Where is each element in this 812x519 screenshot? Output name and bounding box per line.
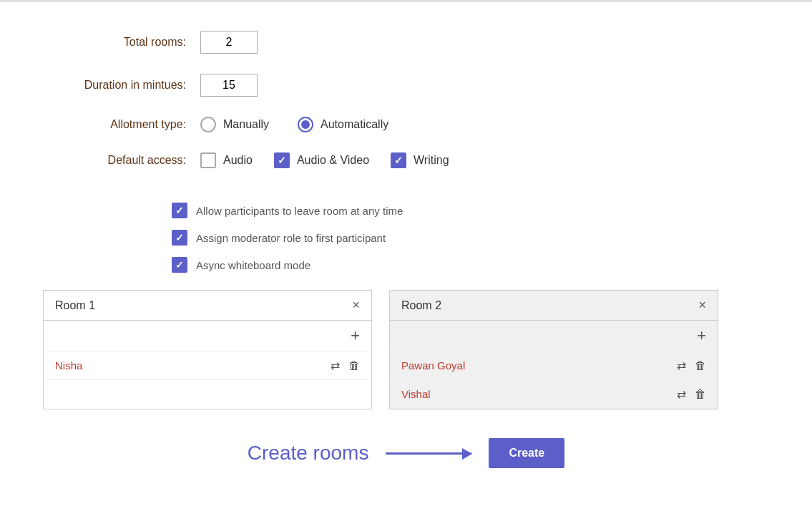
radio-circle-manually[interactable]	[200, 117, 216, 132]
default-access-row: Default access: Audio Audio & Video Writ…	[43, 152, 769, 168]
room-2-add-row: +	[390, 321, 718, 351]
transfer-icon-pawan[interactable]: ⇄	[677, 359, 686, 372]
duration-row: Duration in mintues:	[43, 74, 769, 97]
room-2-header: Room 2 ×	[390, 291, 718, 321]
room-1-header: Room 1 ×	[44, 291, 371, 321]
checkbox-writing[interactable]: Writing	[391, 152, 449, 168]
room-1-title: Room 1	[55, 299, 95, 312]
access-checkbox-group: Audio Audio & Video Writing	[200, 152, 449, 168]
footer: Create rooms Create	[0, 431, 812, 475]
extra-option-async[interactable]: Async whiteboard mode	[172, 257, 812, 273]
extra-option-moderator[interactable]: Assign moderator role to first participa…	[172, 230, 812, 246]
arrow-line	[386, 452, 471, 455]
extra-option-label-leave: Allow participants to leave room at any …	[196, 205, 403, 217]
create-button[interactable]: Create	[489, 438, 564, 468]
room-1-add-row: +	[44, 321, 371, 351]
radio-automatically[interactable]: Automatically	[298, 117, 388, 132]
radio-circle-automatically[interactable]	[298, 117, 313, 132]
participant-actions-pawan: ⇄ 🗑	[677, 359, 706, 372]
room-2-participant-pawan: Pawan Goyal ⇄ 🗑	[390, 351, 718, 380]
duration-input[interactable]	[200, 74, 258, 97]
total-rooms-input[interactable]	[200, 31, 258, 54]
room-2-add-button[interactable]: +	[697, 328, 706, 344]
participant-actions-vishal: ⇄ 🗑	[677, 387, 706, 401]
extra-option-label-async: Async whiteboard mode	[196, 259, 310, 271]
default-access-label: Default access:	[43, 154, 200, 167]
allotment-row: Allotment type: Manually Automatically	[43, 117, 769, 132]
extra-options-group: Allow participants to leave room at any …	[172, 203, 812, 273]
room-2-participant-vishal: Vishal ⇄ 🗑	[390, 380, 718, 409]
participant-actions-nisha: ⇄ 🗑	[331, 359, 360, 372]
room-2-close-button[interactable]: ×	[698, 298, 706, 313]
checkbox-box-audio-video[interactable]	[274, 152, 290, 168]
radio-label-automatically: Automatically	[321, 118, 388, 131]
checkbox-label-audio-video: Audio & Video	[297, 154, 369, 167]
checkbox-audio-video[interactable]: Audio & Video	[274, 152, 369, 168]
participant-name-vishal: Vishal	[401, 388, 431, 400]
room-card-2: Room 2 × + Pawan Goyal ⇄ 🗑 Vishal ⇄ 🗑	[389, 290, 718, 409]
checkbox-audio[interactable]: Audio	[200, 152, 253, 168]
rooms-section: Room 1 × + Nisha ⇄ 🗑 Room 2 × + Pawan Go…	[43, 290, 769, 409]
transfer-icon-vishal[interactable]: ⇄	[677, 387, 686, 401]
checkbox-box-moderator[interactable]	[172, 230, 187, 246]
room-1-close-button[interactable]: ×	[352, 298, 360, 313]
duration-label: Duration in mintues:	[43, 79, 200, 92]
checkbox-box-leave[interactable]	[172, 203, 187, 218]
checkbox-box-audio[interactable]	[200, 152, 216, 168]
room-1-add-button[interactable]: +	[351, 328, 360, 344]
allotment-radio-group: Manually Automatically	[200, 117, 388, 132]
delete-icon-vishal[interactable]: 🗑	[695, 388, 706, 401]
total-rooms-label: Total rooms:	[43, 36, 200, 49]
radio-dot-automatically	[301, 120, 310, 129]
extra-option-label-moderator: Assign moderator role to first participa…	[196, 232, 386, 244]
room-card-1: Room 1 × + Nisha ⇄ 🗑	[43, 290, 372, 409]
room-2-title: Room 2	[401, 299, 441, 312]
radio-label-manually: Manually	[223, 118, 269, 131]
transfer-icon-nisha[interactable]: ⇄	[331, 359, 340, 372]
participant-name-pawan: Pawan Goyal	[401, 359, 465, 372]
checkbox-box-writing[interactable]	[391, 152, 406, 168]
total-rooms-row: Total rooms:	[43, 31, 769, 54]
participant-name-nisha: Nisha	[55, 359, 82, 372]
checkbox-label-writing: Writing	[414, 154, 449, 167]
delete-icon-pawan[interactable]: 🗑	[695, 359, 706, 372]
delete-icon-nisha[interactable]: 🗑	[348, 359, 360, 372]
allotment-label: Allotment type:	[43, 118, 200, 131]
arrow-icon	[386, 452, 471, 455]
create-rooms-text: Create rooms	[248, 442, 369, 465]
room-1-participant-nisha: Nisha ⇄ 🗑	[44, 351, 371, 380]
radio-manually[interactable]: Manually	[200, 117, 269, 132]
checkbox-box-async[interactable]	[172, 257, 187, 273]
extra-option-leave[interactable]: Allow participants to leave room at any …	[172, 203, 812, 218]
checkbox-label-audio: Audio	[223, 154, 253, 167]
